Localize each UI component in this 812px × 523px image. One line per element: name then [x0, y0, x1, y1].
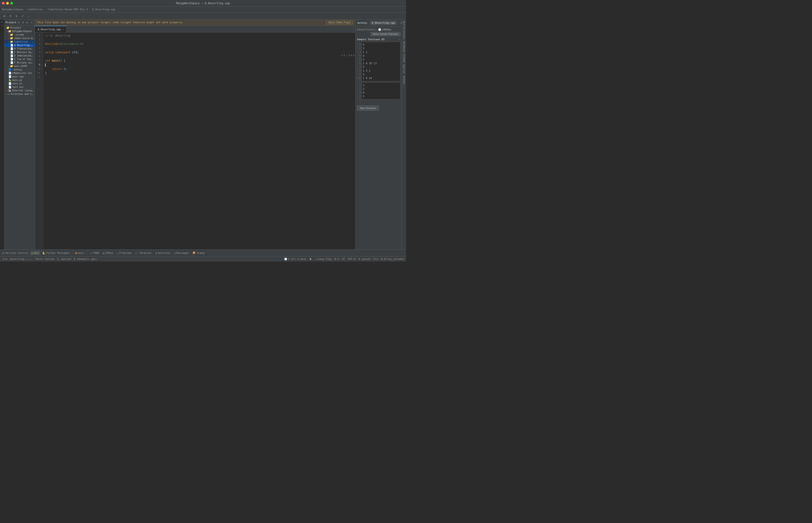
tab-close-icon[interactable]: × — [62, 28, 64, 31]
git-icon: ⎇ — [1, 252, 4, 254]
breadcrumb-workspace[interactable]: MyCppWorkSpace — [2, 8, 23, 11]
tree-item-fmiriany[interactable]: 📄 F_Miriany_and_Matchstick.cpp — [4, 61, 35, 65]
time-value: 2 hrs 4 mins — [288, 257, 307, 260]
maximize-button[interactable] — [10, 2, 13, 5]
editor-tabs: A_Desorting.cpp × — [35, 25, 355, 33]
tree-item-maincpp[interactable]: 📄 main.cpp — [4, 75, 35, 78]
tree-item-testout[interactable]: 📄 test.out — [4, 85, 35, 89]
testcase-input-area: 12345678910 4 2 1 1 4 5 1 8 10 13 3 1 3 … — [357, 42, 400, 82]
collapse-icon[interactable]: – — [26, 14, 31, 19]
run-label: Run — [34, 252, 39, 254]
autocp-label: AutoCp: — [357, 21, 368, 24]
tree-item-project[interactable]: ▾ 📁 Project — [4, 26, 35, 30]
line-ending[interactable]: LF — [342, 257, 345, 260]
tree-item-cmake-debug[interactable]: ▸ 📁 cmake-build-debug — [4, 36, 35, 40]
tree-item-vscode[interactable]: ▸ 📁 .vscode — [4, 33, 35, 36]
position-value: 8:1 — [334, 257, 339, 260]
run-play-icon: ▶ — [32, 252, 33, 254]
tree-item-dimbalanced[interactable]: 📄 D_lmbalanced_Arrays.cpp — [4, 54, 35, 57]
tree-item-eina[interactable]: 📄 E_lna_of_the_Mountain.cpp — [4, 57, 35, 61]
panel-filter-icon[interactable]: ⇅ — [25, 21, 29, 24]
close-button[interactable] — [2, 2, 5, 5]
autocp-tab-file[interactable]: A_Desorting.cpp — [370, 21, 397, 25]
language-status[interactable]: C++: A_Array_Columns — [374, 257, 404, 260]
testcase-title: Sample Testcase #1 — [357, 38, 385, 41]
input-line-numbers: 12345678910 — [357, 42, 361, 82]
terminal-tab[interactable]: >_ Terminal — [135, 251, 153, 255]
time-tracker[interactable]: 🕐 2 hrs 4 mins — [284, 257, 307, 260]
test-status[interactable]: Tests failed: 1, passed: 0 (moments ago) — [35, 257, 97, 260]
testcase-section: Sample Testcase #1 – 12345678910 4 2 1 1… — [357, 38, 400, 102]
collapse-icon[interactable]: – — [399, 38, 400, 41]
version-control-btn[interactable]: ⎇ Version Control — [1, 252, 29, 254]
services-tab[interactable]: ⚙ Services — [155, 251, 171, 255]
project-icon[interactable]: P — [1, 20, 3, 23]
new-testcase-button[interactable]: New Testcase — [357, 106, 379, 111]
services-icon: ⚙ — [155, 252, 157, 254]
git-branch[interactable]: ⎇ A. Desorting ————— — [2, 257, 33, 260]
problems-tab[interactable]: ⚠ Problems — [116, 251, 133, 255]
cursor-position[interactable]: 8:1 — [334, 257, 339, 260]
breadcrumb-file[interactable]: A_Desorting.cpp — [92, 8, 115, 11]
testcase-input[interactable]: 4 2 1 1 4 5 1 8 10 13 3 1 3 2 3 1 9 14 — [362, 42, 400, 82]
notifications-tab[interactable]: Notifications — [402, 20, 405, 40]
file-encoding[interactable]: UTF-8 — [348, 257, 355, 260]
expand-icon[interactable]: ⤢ — [20, 14, 25, 19]
panel-collapse-icon[interactable]: — — [30, 21, 33, 24]
left-icon-bar: P L — [0, 19, 4, 262]
window-title: MyCppWorkSpace – A_Desorting.cpp — [176, 2, 230, 5]
settings-icon[interactable]: ⚙ — [2, 14, 7, 19]
output-data-container: 1 2 0 3 — [362, 82, 400, 102]
panel-list-icon[interactable]: ≡ — [21, 21, 25, 24]
clang-tidy-status[interactable]: .clang-tidy — [314, 257, 331, 260]
input-data-container: 4 2 1 1 4 5 1 8 10 13 3 1 3 2 3 1 9 14 — [362, 42, 400, 82]
autocp-tab-settings[interactable]: Settings — [399, 21, 402, 25]
run-button[interactable]: ▶ Run — [30, 251, 40, 255]
breadcrumb-project[interactable]: Codeforces - Codeforces Round 887 Div 2 — [28, 8, 88, 11]
title-bar: MyCppWorkSpace – A_Desorting.cpp — [0, 0, 406, 6]
github-copilot-tab[interactable]: GitHub Copilot — [402, 53, 405, 74]
indent-setting[interactable]: 4 spaces — [358, 257, 370, 260]
python-packages-label: Python Packages — [46, 252, 69, 254]
messages-tab[interactable]: ✉ Messages — [173, 251, 190, 255]
tree-item-scratches[interactable]: ▸ ✏ Scratches and Consoles — [4, 92, 35, 96]
git-branch-icon: ⎇ — [2, 257, 5, 260]
panel-settings-icon[interactable]: ⚙ — [17, 21, 21, 24]
tree-item-cmakelists[interactable]: 📄 CMakeLists.txt — [4, 71, 35, 75]
autocp-side-tab[interactable]: AutoCp — [402, 75, 405, 85]
window-controls[interactable] — [2, 2, 13, 5]
tree-item-cntarsis[interactable]: 📄 C_Ntarsis_Set.cpp — [4, 51, 35, 54]
tree-item-workspace[interactable]: ▾ 📁 MyCppWorkSpace — [4, 30, 35, 33]
tree-item-bfib[interactable]: 📄 B_Fibonaccharsis.cpp — [4, 47, 35, 51]
vcpkg-tab[interactable]: 📦 Vcpkg — [191, 251, 205, 255]
filter-icon[interactable]: ⇅ — [14, 14, 19, 19]
git-branch-label: A. Desorting — [5, 257, 24, 260]
todo-icon: ☑ — [90, 252, 92, 254]
notification-bar: This file does not belong to any project… — [35, 19, 355, 25]
tab-adesorting[interactable]: A_Desorting.cpp × — [35, 26, 67, 32]
reset-testcases-button[interactable]: Reset Sample Testcases — [370, 32, 400, 36]
todo-tab[interactable]: ☑ TODO — [90, 251, 100, 255]
tree-item-maindsym[interactable]: ▸ 📁 main.dSYM — [4, 65, 35, 68]
tree-item-codeforces[interactable]: ▾ 📁 Codeforces - Codeforces Round 887 Di… — [4, 40, 35, 43]
testcase-header: Sample Testcase #1 – — [357, 38, 400, 41]
tree-item-testin[interactable]: 📄 test.in — [4, 82, 35, 85]
encoding-label: UTF-8 — [348, 257, 355, 260]
tree-item-mainpy[interactable]: 🐍 main.py — [4, 78, 35, 82]
code-content[interactable]: // A. Desorting #include<bits/stdc++.h> … — [43, 33, 355, 262]
tree-item-adesorting[interactable]: 📄 A_Desorting.cpp — [4, 43, 35, 47]
panel-header-icons: ⚙ ≡ ⇅ — — [17, 21, 33, 24]
cmake-tab[interactable]: ▲ CMake — [102, 251, 114, 255]
leetcode-icon[interactable]: L — [1, 24, 3, 26]
list-icon[interactable]: ≡ — [8, 14, 13, 19]
terminal-icon: >_ — [135, 252, 138, 254]
vcs-icon-status[interactable]: ⏺ — [309, 257, 312, 260]
testcase-output[interactable]: 1 2 0 3 — [362, 82, 400, 100]
tree-item-external-libs[interactable]: ▸ 📚 External Libraries — [4, 89, 35, 92]
python-packages-btn[interactable]: 🐍 Python Packages — [42, 252, 69, 254]
database-tab[interactable]: Database — [402, 40, 405, 53]
tree-item-autocp[interactable]: 🔵 .autocp — [4, 68, 35, 71]
add-to-cmake-button[interactable]: Add to CMake Project — [326, 21, 353, 24]
minimize-button[interactable] — [6, 2, 9, 5]
main-indicator: ■ main — [75, 252, 84, 254]
